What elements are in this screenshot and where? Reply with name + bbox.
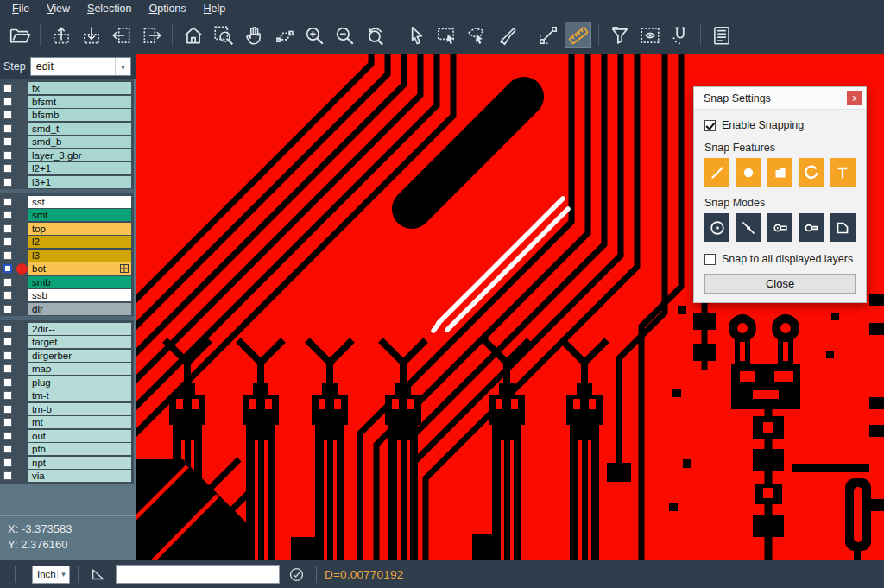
clean-brush-button[interactable] <box>493 22 520 48</box>
layer-visibility-checkbox[interactable] <box>3 124 12 133</box>
layer-visibility-checkbox[interactable] <box>3 111 12 119</box>
snap-feature-line-button[interactable] <box>704 158 729 187</box>
snap-all-layers-checkbox[interactable]: Snap to all displayed layers <box>704 253 856 265</box>
zoom-previous-button[interactable] <box>361 22 388 48</box>
layer-visibility-checkbox[interactable] <box>3 278 12 287</box>
unit-select[interactable]: Inch ▾ <box>32 566 70 584</box>
ruler-button[interactable] <box>565 22 591 48</box>
report-button[interactable] <box>708 22 735 48</box>
dialog-title-bar[interactable]: Snap Settings x <box>694 87 866 110</box>
layer-row-l3[interactable]: l3 <box>0 250 134 262</box>
layer-visibility-checkbox[interactable] <box>3 364 12 373</box>
snap-mode-center-button[interactable] <box>704 213 729 242</box>
layer-visibility-checkbox[interactable] <box>3 211 12 219</box>
import-left-button[interactable] <box>108 22 135 48</box>
layer-visibility-checkbox[interactable] <box>3 151 12 160</box>
menu-item-selection[interactable]: Selection <box>79 1 140 17</box>
apply-check-icon[interactable] <box>288 566 305 583</box>
pan-hand-button[interactable] <box>240 22 267 48</box>
snap-mode-midpoint-button[interactable] <box>736 213 761 242</box>
zoom-out-button[interactable] <box>331 22 357 48</box>
filter-button[interactable] <box>606 22 633 48</box>
layer-row-smt[interactable]: smt <box>0 209 134 221</box>
snap-mode-pad-outline-button[interactable] <box>799 213 824 242</box>
zoom-window-button[interactable] <box>210 22 237 48</box>
snap-feature-arc-button[interactable] <box>799 158 824 187</box>
snap-feature-text-button[interactable] <box>830 158 856 187</box>
step-select[interactable]: edit ▾ <box>30 57 131 76</box>
enable-snapping-checkbox[interactable]: Enable Snapping <box>704 119 856 131</box>
layer-row-pth[interactable]: pth <box>0 443 134 455</box>
layer-row-fx[interactable]: fx <box>0 82 134 94</box>
layer-row-map[interactable]: map <box>0 363 134 375</box>
layer-visibility-checkbox[interactable] <box>3 305 12 313</box>
layer-row-smd_t[interactable]: smd_t <box>0 123 134 135</box>
menu-item-options[interactable]: Options <box>140 1 194 17</box>
layer-row-sst[interactable]: sst <box>0 196 134 208</box>
layer-visibility-checkbox[interactable] <box>3 418 12 427</box>
layer-row-target[interactable]: target <box>0 336 134 348</box>
layer-row-plug[interactable]: plug <box>0 376 134 389</box>
layer-row-layer_3.gbr[interactable]: layer_3.gbr <box>0 149 134 161</box>
dialog-close-icon[interactable]: x <box>847 91 862 105</box>
layer-visibility-checkbox[interactable] <box>3 237 12 246</box>
layer-row-bfsmb[interactable]: bfsmb <box>0 109 134 121</box>
select-rectangle-button[interactable] <box>433 22 459 48</box>
layer-visibility-checkbox[interactable] <box>3 432 12 440</box>
snap-magnet-button[interactable] <box>666 22 693 48</box>
layer-visibility-checkbox[interactable] <box>3 458 12 467</box>
layer-visibility-checkbox[interactable] <box>3 405 12 414</box>
layer-visibility-checkbox[interactable] <box>3 338 12 346</box>
layer-row-mt[interactable]: mt <box>0 416 134 428</box>
measure-input[interactable] <box>116 565 280 584</box>
snap-feature-pad-button[interactable] <box>736 158 761 187</box>
select-pointer-button[interactable] <box>402 22 429 48</box>
home-view-button[interactable] <box>180 22 206 48</box>
import-right-button[interactable] <box>138 22 165 48</box>
layer-row-2dir--[interactable]: 2dir-- <box>0 323 134 335</box>
layer-row-out[interactable]: out <box>0 430 134 442</box>
layer-row-bot[interactable]: bot <box>0 262 134 275</box>
select-polygon-button[interactable] <box>463 22 489 48</box>
layer-visibility-checkbox[interactable] <box>3 164 12 173</box>
layer-visibility-checkbox[interactable] <box>3 84 12 92</box>
folder-open-button[interactable] <box>6 22 33 48</box>
layer-row-npt[interactable]: npt <box>0 457 134 469</box>
zoom-in-button[interactable] <box>300 22 327 48</box>
snap-mode-pad-entry-button[interactable] <box>767 213 792 242</box>
layer-visibility-checkbox[interactable] <box>3 251 12 260</box>
layer-row-bfsmt[interactable]: bfsmt <box>0 96 134 108</box>
layer-visibility-checkbox[interactable] <box>3 391 12 400</box>
layer-row-tm-t[interactable]: tm-t <box>0 389 134 401</box>
close-button[interactable]: Close <box>704 274 856 294</box>
layer-visibility-checkbox[interactable] <box>3 471 12 480</box>
layer-visibility-checkbox[interactable] <box>3 224 12 233</box>
view-region-button[interactable] <box>636 22 663 48</box>
layer-row-dir[interactable]: dir <box>0 303 134 315</box>
snap-feature-surface-button[interactable] <box>767 158 792 187</box>
layer-row-smd_b[interactable]: smd_b <box>0 136 134 148</box>
measure-distance-button[interactable] <box>534 22 561 48</box>
layer-row-l2+1[interactable]: l2+1 <box>0 162 134 174</box>
layer-visibility-checkbox[interactable] <box>3 264 12 273</box>
layer-visibility-checkbox[interactable] <box>3 351 12 360</box>
layer-row-via[interactable]: via <box>0 470 134 482</box>
layer-row-smb[interactable]: smb <box>0 276 134 288</box>
snap-mode-corner-button[interactable] <box>830 213 856 242</box>
layer-row-l2[interactable]: l2 <box>0 236 134 248</box>
angle-measure-icon[interactable] <box>90 566 107 583</box>
layer-row-l3+1[interactable]: l3+1 <box>0 176 134 188</box>
menu-item-help[interactable]: Help <box>195 1 235 17</box>
layer-row-ssb[interactable]: ssb <box>0 289 134 301</box>
layer-visibility-checkbox[interactable] <box>3 137 12 146</box>
layer-visibility-checkbox[interactable] <box>3 291 12 300</box>
layer-visibility-checkbox[interactable] <box>3 325 12 333</box>
layer-visibility-checkbox[interactable] <box>3 98 12 106</box>
menu-item-view[interactable]: View <box>38 1 79 17</box>
layer-row-top[interactable]: top <box>0 223 134 235</box>
menu-item-file[interactable]: File <box>3 1 38 17</box>
layer-row-tm-b[interactable]: tm-b <box>0 403 134 415</box>
layer-row-dirgerber[interactable]: dirgerber <box>0 350 134 362</box>
layer-visibility-checkbox[interactable] <box>3 198 12 206</box>
layer-visibility-checkbox[interactable] <box>3 378 12 387</box>
